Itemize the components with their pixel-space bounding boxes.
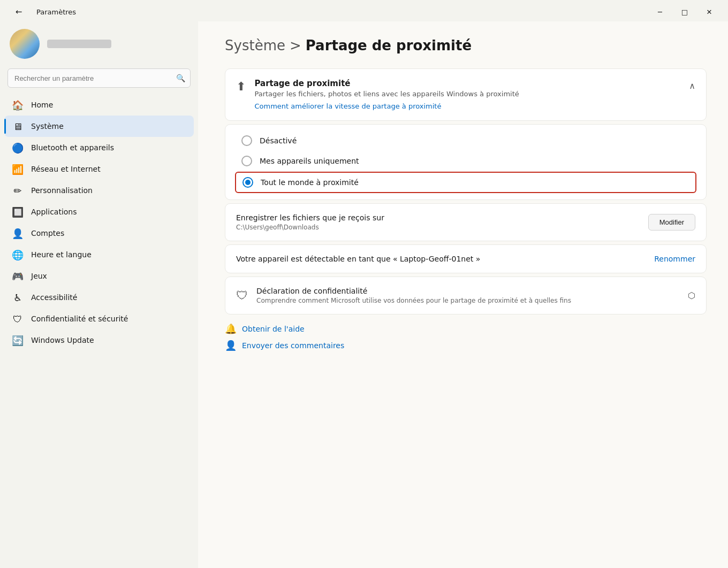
sidebar-item-systeme[interactable]: 🖥Système — [4, 116, 194, 137]
sidebar-label-home: Home — [31, 101, 53, 109]
help-link[interactable]: 🔔 Obtenir de l'aide — [225, 323, 707, 334]
sidebar-label-bluetooth: Bluetooth et appareils — [31, 143, 114, 152]
save-title: Enregistrer les fichiers que je reçois s… — [236, 213, 384, 222]
sidebar-item-confidentialite[interactable]: 🛡Confidentialité et sécurité — [4, 308, 194, 329]
windows_update-icon: 🔄 — [12, 334, 24, 346]
perso-icon: ✏️ — [12, 185, 24, 196]
sharing-subtitle: Partager les fichiers, photos et liens a… — [254, 90, 519, 98]
radio-circle-desactive — [241, 135, 252, 146]
sidebar-label-reseau: Réseau et Internet — [31, 165, 101, 173]
device-text: Votre appareil est détectable en tant qu… — [236, 255, 480, 263]
user-profile — [4, 21, 194, 68]
search-box: 🔍 — [7, 68, 191, 88]
bluetooth-icon: 🔵 — [12, 142, 24, 153]
privacy-card: 🛡 Déclaration de confidentialité Compren… — [225, 277, 707, 314]
confidentialite-icon: 🛡 — [12, 313, 24, 325]
applications-icon: 🔲 — [12, 206, 24, 218]
radio-circle-tout-le-monde — [242, 177, 253, 188]
search-icon: 🔍 — [176, 74, 185, 82]
sidebar-label-systeme: Système — [31, 122, 64, 131]
avatar — [10, 29, 40, 59]
page-header: Système > Partage de proximité — [225, 37, 707, 53]
privacy-subtitle: Comprendre comment Microsoft utilise vos… — [256, 297, 571, 304]
maximize-button[interactable]: □ — [672, 3, 697, 20]
close-button[interactable]: ✕ — [697, 3, 722, 20]
sidebar-item-jeux[interactable]: 🎮Jeux — [4, 265, 194, 287]
user-name — [47, 40, 111, 48]
systeme-icon: 🖥 — [12, 120, 24, 132]
sidebar: 🔍 🏠Home🖥Système🔵Bluetooth et appareils📶R… — [0, 21, 198, 568]
external-link-icon: ⬡ — [688, 290, 695, 301]
comptes-icon: 👤 — [12, 227, 24, 239]
radio-label-tout-le-monde: Tout le monde à proximité — [261, 178, 359, 187]
rename-link[interactable]: Renommer — [654, 255, 695, 263]
app-body: 🔍 🏠Home🖥Système🔵Bluetooth et appareils📶R… — [0, 21, 728, 568]
titlebar-controls: ─ □ ✕ — [648, 3, 722, 20]
search-input[interactable] — [7, 68, 191, 88]
feedback-link[interactable]: 👤 Envoyer des commentaires — [225, 340, 707, 351]
chevron-up-icon[interactable]: ∧ — [689, 81, 695, 91]
titlebar: ← Paramètres ─ □ ✕ — [0, 0, 728, 21]
sidebar-item-comptes[interactable]: 👤Comptes — [4, 222, 194, 244]
sidebar-item-reseau[interactable]: 📶Réseau et Internet — [4, 158, 194, 180]
sidebar-label-jeux: Jeux — [31, 272, 47, 280]
sidebar-label-applications: Applications — [31, 208, 77, 216]
back-button[interactable]: ← — [6, 3, 31, 20]
sidebar-item-accessibilite[interactable]: ♿Accessibilité — [4, 287, 194, 308]
minimize-button[interactable]: ─ — [648, 3, 672, 20]
reseau-icon: 📶 — [12, 163, 24, 175]
nav-container: 🏠Home🖥Système🔵Bluetooth et appareils📶Rés… — [4, 94, 194, 351]
page-title: Partage de proximité — [306, 37, 472, 53]
privacy-title: Déclaration de confidentialité — [256, 287, 571, 295]
privacy-text: Déclaration de confidentialité Comprendr… — [256, 287, 571, 304]
sidebar-label-windows_update: Windows Update — [31, 336, 94, 344]
device-name-card: Votre appareil est détectable en tant qu… — [225, 244, 707, 273]
sidebar-item-home[interactable]: 🏠Home — [4, 94, 194, 116]
radio-options-card: Désactivé Mes appareils uniquement Tout … — [225, 124, 707, 200]
breadcrumb-parent: Système — [225, 37, 285, 53]
radio-circle-mes-appareils — [241, 156, 252, 166]
sidebar-label-comptes: Comptes — [31, 229, 64, 237]
sidebar-item-heure[interactable]: 🌐Heure et langue — [4, 244, 194, 265]
sharing-card: ⬆ Partage de proximité Partager les fich… — [225, 68, 707, 121]
save-path: C:\Users\geoff\Downloads — [236, 224, 384, 231]
sidebar-label-accessibilite: Accessibilité — [31, 293, 77, 302]
accessibilite-icon: ♿ — [12, 291, 24, 303]
titlebar-left: ← Paramètres — [6, 3, 76, 20]
heure-icon: 🌐 — [12, 249, 24, 260]
sharing-text-block: Partage de proximité Partager les fichie… — [254, 79, 519, 111]
save-card-text: Enregistrer les fichiers que je reçois s… — [236, 213, 384, 231]
radio-label-mes-appareils: Mes appareils uniquement — [260, 157, 359, 165]
breadcrumb-separator: > — [290, 37, 301, 53]
sharing-header-left: ⬆ Partage de proximité Partager les fich… — [236, 79, 689, 111]
help-icon: 🔔 — [225, 323, 237, 334]
sidebar-label-perso: Personnalisation — [31, 186, 93, 195]
jeux-icon: 🎮 — [12, 270, 24, 282]
sidebar-item-windows_update[interactable]: 🔄Windows Update — [4, 329, 194, 351]
home-icon: 🏠 — [12, 99, 24, 111]
sidebar-label-heure: Heure et langue — [31, 250, 92, 259]
sidebar-item-bluetooth[interactable]: 🔵Bluetooth et appareils — [4, 137, 194, 158]
main-content: Système > Partage de proximité ⬆ Partage… — [198, 21, 728, 568]
privacy-left: 🛡 Déclaration de confidentialité Compren… — [236, 287, 679, 304]
sharing-header: ⬆ Partage de proximité Partager les fich… — [225, 69, 706, 120]
sidebar-item-applications[interactable]: 🔲Applications — [4, 201, 194, 222]
sidebar-label-confidentialite: Confidentialité et sécurité — [31, 314, 128, 323]
sharing-title: Partage de proximité — [254, 79, 519, 88]
modify-button[interactable]: Modifier — [648, 214, 695, 231]
help-label: Obtenir de l'aide — [242, 325, 305, 333]
privacy-shield-icon: 🛡 — [236, 289, 248, 302]
window-title: Paramètres — [36, 8, 76, 16]
feedback-icon: 👤 — [225, 340, 237, 351]
footer-links: 🔔 Obtenir de l'aide 👤 Envoyer des commen… — [225, 323, 707, 351]
sidebar-item-perso[interactable]: ✏️Personnalisation — [4, 180, 194, 201]
feedback-label: Envoyer des commentaires — [242, 341, 344, 350]
radio-option-mes-appareils[interactable]: Mes appareils uniquement — [241, 156, 690, 166]
share-icon: ⬆ — [236, 80, 246, 93]
radio-option-tout-le-monde[interactable]: Tout le monde à proximité — [235, 172, 696, 193]
save-location-card: Enregistrer les fichiers que je reçois s… — [225, 203, 707, 241]
radio-label-desactive: Désactivé — [260, 136, 297, 145]
radio-option-desactive[interactable]: Désactivé — [241, 135, 690, 146]
sharing-help-link[interactable]: Comment améliorer la vitesse de partage … — [254, 102, 441, 110]
